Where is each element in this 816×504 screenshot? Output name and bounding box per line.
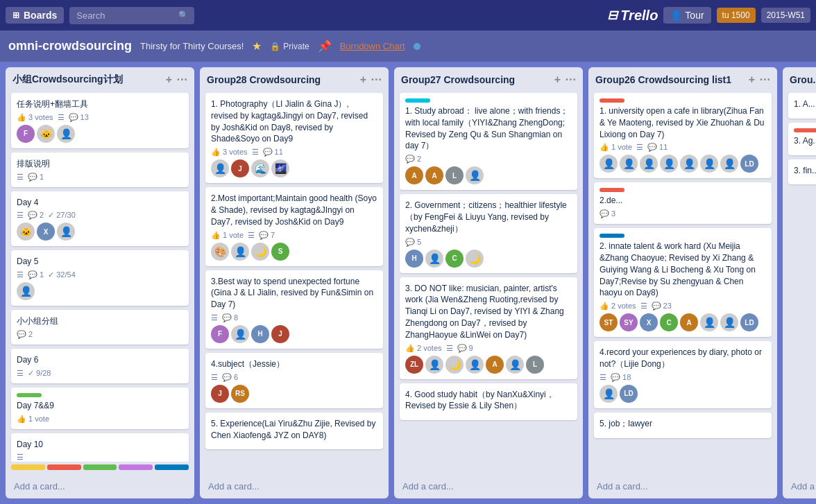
comment-badge: 💬 2 [28, 211, 44, 220]
vote-badge: 👍 1 vote [17, 415, 49, 424]
card-text: 5. Experience(Lai Yiru&Zhu Zijie, Revise… [211, 418, 377, 442]
card-text: 4.subject（Jessie） [211, 358, 377, 370]
tour-button[interactable]: 👤 Tour [663, 7, 711, 24]
list-title: Grou... [790, 74, 816, 85]
burndown-label: Burndown Chart [340, 41, 405, 51]
avatar: 👤 [700, 313, 718, 331]
menu-icon[interactable]: ⋯ [371, 73, 382, 86]
card-color-bar [794, 128, 816, 132]
card[interactable]: 4.record your experiences by diary, phot… [594, 341, 772, 408]
add-card-button[interactable]: Add a card... [205, 478, 383, 494]
card-color-bar [600, 98, 624, 103]
card[interactable]: 2.Most important;Maintain good health (S… [205, 187, 383, 266]
card-badges: 💬 3 [600, 209, 766, 218]
avatar: 👤 [425, 356, 443, 374]
card-badges: ☰💬 8 [211, 313, 377, 322]
trello-wordmark: Trello [620, 8, 658, 24]
private-button[interactable]: 🔒 Private [270, 42, 309, 51]
list-header-actions[interactable]: +⋯ [554, 73, 576, 86]
add-icon[interactable]: + [360, 73, 366, 86]
card[interactable]: Day 7&&9👍 1 vote [11, 388, 189, 429]
card-text: 4. Good study habit（by NanXu&Xinyi，Revis… [405, 389, 572, 412]
card[interactable]: 3.Best way to spend unexpected fortune (… [205, 270, 383, 349]
card-text: 1. Study abroad： live alone；with friends… [405, 105, 572, 152]
card[interactable]: 3. fin... zhen... Shen... Revi... Fan... [788, 159, 816, 185]
card[interactable]: 1. university open a cafe in library(Zih… [594, 93, 772, 178]
card[interactable]: Day 10☰ [11, 433, 189, 462]
card[interactable]: Day 5☰💬 1✓ 32/54👤 [11, 250, 189, 306]
card-text: 2.Most important;Maintain good health (S… [211, 193, 377, 227]
menu-icon[interactable]: ⋯ [565, 73, 576, 86]
card[interactable]: 2. innate talent & work hard (Xu Meijia … [594, 228, 772, 337]
desc-badge: ☰ [17, 211, 24, 220]
list-header-actions[interactable]: +⋯ [360, 73, 382, 86]
star-button[interactable]: ★ [252, 40, 262, 53]
card[interactable]: 排版说明☰💬 1 [11, 153, 189, 187]
card[interactable]: 2.de...💬 3 [594, 182, 772, 224]
avatar: 👤 [700, 155, 718, 173]
list-header-actions[interactable]: +⋯ [749, 73, 770, 86]
add-card-button[interactable]: Add a card... [788, 478, 816, 494]
desc-badge: ☰ [17, 453, 24, 462]
list-footer: Add a card... [200, 474, 389, 498]
search-input[interactable] [69, 7, 194, 24]
add-card-button[interactable]: Add a card... [400, 478, 577, 494]
list-header: Group26 Crowdsourcing list1+⋯ [588, 67, 777, 90]
card-text: 3. Ag... inves... [794, 135, 816, 147]
card[interactable]: 3. DO NOT like: musician, painter, artis… [400, 277, 577, 379]
comment-badge: 💬 13 [69, 113, 89, 122]
add-card-button[interactable]: Add a card... [594, 478, 772, 494]
color-strip-item [83, 464, 117, 470]
avatar: LD [740, 155, 758, 173]
card-text: 2. innate talent & work hard (Xu Meijia … [600, 241, 766, 299]
card-text: 小小组分组 [17, 315, 183, 327]
add-icon[interactable]: + [749, 73, 755, 86]
card[interactable]: 5. Experience(Lai Yiru&Zhu Zijie, Revise… [205, 412, 383, 450]
avatar: 👤 [720, 313, 738, 331]
desc-badge: ☰ [17, 369, 24, 378]
comment-badge: 💬 23 [652, 302, 672, 311]
card[interactable]: 任务说明+翻墙工具👍 3 votes☰💬 13F🐱👤 [11, 93, 189, 148]
comment-badge: 💬 7 [259, 231, 275, 240]
card[interactable]: 1. A... good... [788, 93, 816, 119]
avatar: 👤 [57, 223, 75, 241]
card[interactable]: 4. Good study habit（by NanXu&Xinyi，Revis… [400, 383, 577, 421]
desc-badge: ☰ [446, 344, 453, 353]
card-avatars: F🐱👤 [17, 125, 183, 143]
card-badges: 👍 1 vote☰💬 7 [211, 231, 377, 240]
add-card-button[interactable]: Add a card... [11, 478, 189, 494]
card[interactable]: Day 6☰✓ 9/28 [11, 349, 189, 383]
card[interactable]: 4.subject（Jessie）☰💬 6JRS [205, 353, 383, 408]
boards-button[interactable]: ⊞ Boards [6, 7, 64, 24]
menu-icon[interactable]: ⋯ [176, 73, 187, 86]
color-strip-item [119, 464, 153, 470]
card[interactable]: 小小组分组💬 2 [11, 310, 189, 345]
board-canvas: 小组Crowdsourcing计划+⋯任务说明+翻墙工具👍 3 votes☰💬 … [0, 62, 816, 504]
list-header: Group27 Crowdsourcing+⋯ [394, 67, 583, 90]
menu-icon[interactable]: ⋯ [759, 73, 770, 86]
avatar: 👤 [211, 159, 229, 177]
card[interactable]: 3. Ag... inves... [788, 123, 816, 155]
color-strip-item [155, 464, 189, 470]
avatar: L [445, 166, 464, 184]
list-title: 小组Crowdsourcing计划 [12, 73, 123, 86]
avatar: RS [231, 385, 249, 403]
card[interactable]: 1. Study abroad： live alone；with friends… [400, 93, 577, 190]
avatar: 👤 [600, 155, 618, 173]
search-icon: 🔍 [178, 10, 189, 20]
card[interactable]: Day 4☰💬 2✓ 27/30🐱X👤 [11, 191, 189, 247]
list-header: Group28 Crowdsourcing+⋯ [200, 67, 389, 90]
card-badges: ☰💬 1 [17, 173, 183, 182]
card[interactable]: 2. Government；citizens；healthier lifesty… [400, 194, 577, 272]
list-header-actions[interactable]: +⋯ [166, 73, 187, 86]
burndown-button[interactable]: Burndown Chart [340, 41, 405, 51]
card[interactable]: 5. job；lawyer [594, 412, 772, 438]
comment-badge: 💬 2 [405, 155, 421, 164]
card[interactable]: 1. Photography（LI Jialin & Gina J）, revi… [205, 93, 383, 183]
avatar: ST [600, 313, 618, 331]
add-icon[interactable]: + [166, 73, 172, 86]
list-title: Group26 Crowdsourcing list1 [595, 74, 731, 85]
add-icon[interactable]: + [554, 73, 561, 86]
list-title: Group27 Crowdsourcing [401, 74, 515, 85]
card-avatars: ZL👤🌙👤A👤L [405, 356, 572, 374]
